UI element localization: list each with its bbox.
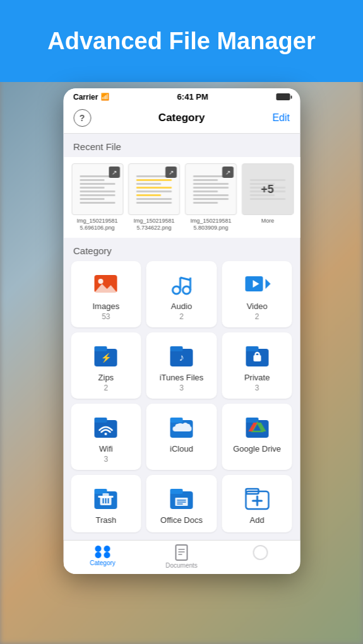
recent-file-name-3: Img_1502195815.803909.png [184,218,236,231]
svg-marker-9 [265,279,270,289]
category-zips[interactable]: ⚡ Zips 2 [71,332,141,399]
svg-rect-39 [170,489,182,494]
category-trash[interactable]: Trash [71,475,141,532]
svg-rect-22 [95,418,107,423]
itunes-label: iTunes Files [160,373,204,382]
share-arrow-icon-2: ↗ [165,167,176,178]
audio-label: Audio [171,302,192,311]
extra-tab-icon [253,544,269,561]
svg-rect-25 [170,418,182,423]
nav-bar: ? Category Edit [63,104,300,134]
images-label: Images [93,302,120,311]
category-wifi[interactable]: Wifi 3 [71,404,141,470]
video-label: Video [247,302,268,311]
phone-frame: Carrier 📶 6:41 PM ? Category Edit Recent… [63,88,300,574]
zips-count: 2 [104,383,108,392]
add-label: Add [250,515,265,525]
recent-files-row: ↗ Img_1502195815.696106.png [63,157,300,238]
category-googledrive[interactable]: Google Drive [222,404,292,470]
category-audio[interactable]: Audio 2 [146,261,217,327]
svg-point-49 [104,546,110,552]
wifi-count: 3 [104,455,108,464]
carrier-label: Carrier [73,93,98,102]
officedocs-label: Office Docs [160,515,203,525]
images-count: 53 [102,312,110,321]
trash-label: Trash [95,515,116,525]
recent-file-2[interactable]: ↗ Img_1502195815.734622.png [128,163,179,231]
share-arrow-icon: ↗ [108,167,119,178]
recent-file-thumb-2: ↗ [128,163,179,215]
banner-title: Advanced File Manager [35,28,328,55]
tab-extra [221,544,300,569]
itunes-count: 3 [179,383,184,392]
image-icon [92,270,120,298]
recent-file-name-2: Img_1502195815.734622.png [128,218,179,231]
svg-rect-18 [246,346,258,351]
page-title: Category [158,112,205,124]
category-video[interactable]: Video 2 [222,261,292,327]
category-add[interactable]: Add [222,475,292,532]
app-banner: Advanced File Manager [0,0,363,82]
svg-text:♪: ♪ [179,352,184,363]
tab-bar: Category Documents [63,540,300,574]
recent-file-more[interactable]: +5 More [241,163,293,231]
private-count: 3 [255,383,259,392]
svg-rect-15 [170,346,182,351]
recent-file-3[interactable]: ↗ Img_1502195815.803909.png [184,163,236,231]
tab-category-label: Category [90,559,116,566]
tab-category[interactable]: Category [63,544,142,569]
icloud-icon [167,413,195,440]
documents-tab-icon [175,544,189,561]
recent-file-name-1: Img_1502195815.696106.png [71,218,122,231]
trash-icon [92,484,120,512]
wifi-folder-icon [92,413,120,440]
tab-documents-label: Documents [165,562,198,569]
category-itunes[interactable]: ♪ iTunes Files 3 [146,332,217,399]
add-icon [243,484,271,512]
more-count-overlay: +5 [242,164,292,214]
svg-point-3 [172,286,180,294]
svg-text:⚡: ⚡ [100,353,112,363]
share-arrow-icon-3: ↗ [222,167,233,178]
audio-count: 2 [179,312,184,321]
svg-point-48 [95,546,102,552]
category-grid: Images 53 Audio 2 [63,261,300,540]
more-label: More [241,218,293,225]
status-bar: Carrier 📶 6:41 PM [63,88,300,104]
time-label: 6:41 PM [177,92,208,102]
category-images[interactable]: Images 53 [71,261,141,327]
tab-documents[interactable]: Documents [142,544,221,569]
scroll-content: Recent File ↗ Img_1502195815.696106.png [63,134,300,540]
itunes-icon: ♪ [167,341,195,369]
help-button[interactable]: ? [73,109,91,127]
svg-point-4 [182,286,190,294]
category-icloud[interactable]: iCloud [146,404,217,470]
zips-label: Zips [98,373,114,382]
recent-section-header: Recent File [63,134,300,157]
svg-point-1 [98,279,104,284]
private-icon [243,341,271,369]
category-private[interactable]: Private 3 [222,332,292,399]
video-count: 2 [255,312,259,321]
wifi-icon: 📶 [100,93,109,101]
svg-point-50 [95,552,102,558]
category-section-header: Category [63,238,300,261]
battery-icon [276,93,290,100]
category-tab-icon [94,544,112,558]
video-icon [243,270,271,298]
recent-file-thumb-1: ↗ [71,163,122,215]
officedocs-icon [167,484,195,512]
svg-line-7 [180,278,190,280]
svg-point-23 [105,433,107,435]
edit-button[interactable]: Edit [272,112,290,124]
svg-rect-34 [103,493,109,496]
googledrive-icon [243,413,271,440]
wifi-label: Wifi [99,444,113,454]
svg-rect-52 [176,545,187,560]
category-officedocs[interactable]: Office Docs [146,475,217,532]
googledrive-label: Google Drive [233,444,281,454]
private-label: Private [244,373,270,382]
recent-file-thumb-3: ↗ [184,163,236,215]
svg-rect-31 [95,489,107,494]
recent-file-1[interactable]: ↗ Img_1502195815.696106.png [71,163,122,231]
